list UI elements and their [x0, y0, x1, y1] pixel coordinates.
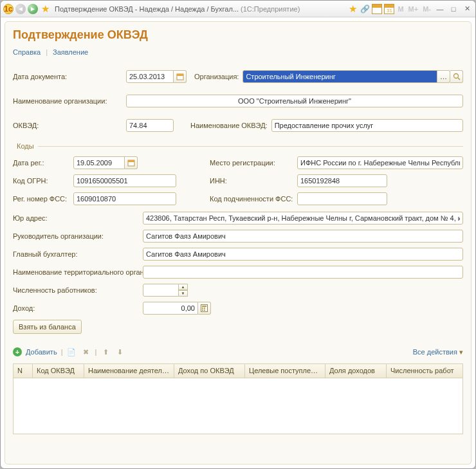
m-button[interactable]: M — [396, 5, 405, 13]
table: N Код ОКВЭД Наименование деятель... Дохо… — [13, 363, 463, 434]
link-row: Справка | Заявление — [13, 48, 463, 56]
org-name-input[interactable] — [126, 95, 463, 107]
calendar-icon — [127, 159, 135, 167]
th-employee-count[interactable]: Численность работ — [387, 364, 462, 378]
org-input[interactable] — [243, 70, 437, 83]
svg-rect-1 — [177, 74, 183, 76]
head-input[interactable] — [143, 230, 463, 243]
fss-sub-label: Код подчиненности ФСС: — [210, 195, 293, 203]
fss-sub-input[interactable] — [297, 192, 387, 205]
count-label: Численность работников: — [13, 286, 139, 294]
doc-date-field-wrap — [126, 70, 187, 83]
form: Дата документа: Организация: … — [13, 70, 463, 434]
doc-date-input[interactable] — [126, 70, 174, 83]
toolbar-separator-2: | — [95, 348, 96, 356]
org-label: Организация: — [194, 73, 239, 80]
minimize-button[interactable]: — — [434, 4, 446, 14]
okved-name-label: Наименование ОКВЭД: — [190, 122, 268, 129]
org-name-label: Наименование организации: — [13, 97, 122, 105]
ogrn-label: Код ОГРН: — [13, 177, 69, 185]
table-header: N Код ОКВЭД Наименование деятель... Дохо… — [14, 364, 462, 378]
income-label: Доход: — [13, 304, 139, 312]
doc-date-label: Дата документа: — [13, 73, 122, 80]
table-body[interactable] — [14, 378, 462, 434]
content-area: Подтверждение ОКВЭД Справка | Заявление … — [5, 21, 471, 464]
org-field-wrap: … — [243, 70, 463, 83]
nav-back-button[interactable]: ◄ — [15, 4, 26, 14]
fss-org-input[interactable] — [143, 266, 463, 279]
svg-rect-9 — [204, 308, 205, 309]
table-toolbar: + Добавить | 📄 ✖ | ⬆ ⬇ Все действия — [13, 347, 463, 357]
move-up-icon[interactable]: ⬆ — [100, 347, 111, 357]
org-select-button[interactable]: … — [437, 70, 450, 83]
th-n[interactable]: N — [14, 364, 33, 378]
link-spravka[interactable]: Справка — [13, 48, 41, 56]
spin-down-icon: ▼ — [179, 290, 188, 297]
addr-input[interactable] — [143, 212, 463, 225]
favorite-icon[interactable]: ★ — [40, 4, 50, 14]
calendar-icon-2[interactable]: 31 — [384, 4, 394, 14]
reg-date-calendar-button[interactable] — [125, 156, 138, 169]
titlebar: 1c ◄ ► ★ Подтверждение ОКВЭД - Надежда /… — [1, 1, 475, 17]
count-spinner[interactable]: ▲▼ — [179, 284, 188, 297]
acct-input[interactable] — [143, 248, 463, 261]
add-button[interactable]: Добавить — [26, 348, 57, 356]
all-actions-button[interactable]: Все действия — [413, 348, 463, 356]
okved-name-input[interactable] — [271, 119, 463, 132]
star-icon[interactable]: ★ — [347, 4, 358, 14]
toolbar-separator: | — [61, 348, 63, 356]
nav-forward-button[interactable]: ► — [28, 4, 38, 14]
th-target-receipts[interactable]: Целевые поступления — [245, 364, 325, 378]
income-input[interactable] — [143, 302, 198, 315]
th-income-okved[interactable]: Доход по ОКВЭД — [174, 364, 245, 378]
window-title-suffix: (1С:Предприятие) — [241, 5, 300, 13]
svg-rect-8 — [202, 308, 203, 309]
add-icon: + — [13, 347, 22, 356]
search-icon — [453, 73, 461, 80]
move-down-icon[interactable]: ⬇ — [114, 347, 125, 357]
fss-org-label: Наименование территориального органа ФСС… — [13, 268, 139, 277]
acct-label: Главный бухгалтер: — [13, 250, 139, 258]
calendar-icon-1[interactable] — [372, 4, 382, 14]
svg-line-3 — [458, 78, 460, 80]
svg-rect-10 — [202, 309, 203, 311]
ogrn-input[interactable] — [73, 174, 176, 187]
reg-place-label: Место регистрации: — [210, 159, 293, 167]
codes-legend: Коды — [13, 142, 38, 150]
app-window: 1c ◄ ► ★ Подтверждение ОКВЭД - Надежда /… — [0, 0, 476, 469]
inn-input[interactable] — [297, 174, 387, 187]
doc-date-calendar-button[interactable] — [174, 70, 187, 83]
svg-rect-11 — [204, 309, 205, 311]
okved-input[interactable] — [126, 119, 174, 132]
codes-group: Коды Дата рег.: Место регистрации: Код О… — [13, 142, 463, 334]
org-search-button[interactable] — [450, 70, 463, 83]
addr-label: Юр адрес: — [13, 214, 139, 222]
head-label: Руководитель организации: — [13, 232, 139, 240]
take-from-balance-button[interactable]: Взять из баланса — [13, 320, 82, 334]
close-button[interactable]: ✕ — [461, 4, 473, 14]
link-zayavlenie[interactable]: Заявление — [53, 48, 88, 56]
reg-date-label: Дата рег.: — [13, 159, 69, 167]
app-logo-icon: 1c — [3, 4, 14, 14]
window-title: Подтверждение ОКВЭД - Надежда / Надежда … — [55, 5, 239, 13]
inn-label: ИНН: — [210, 177, 293, 185]
link-icon[interactable]: 🔗 — [360, 4, 370, 14]
th-okved-code[interactable]: Код ОКВЭД — [33, 364, 84, 378]
spin-up-icon: ▲ — [179, 284, 188, 290]
m-minus-button[interactable]: M- — [421, 5, 432, 13]
fss-reg-input[interactable] — [73, 192, 176, 205]
delete-icon[interactable]: ✖ — [80, 347, 91, 357]
svg-rect-7 — [202, 306, 206, 307]
count-input[interactable] — [143, 284, 179, 297]
th-income-share[interactable]: Доля доходов — [325, 364, 387, 378]
reg-date-input[interactable] — [73, 156, 125, 169]
th-activity-name[interactable]: Наименование деятель... — [84, 364, 174, 378]
page-title: Подтверждение ОКВЭД — [13, 28, 463, 42]
svg-rect-5 — [128, 160, 134, 162]
copy-icon[interactable]: 📄 — [66, 347, 77, 357]
reg-place-input[interactable] — [297, 156, 463, 169]
maximize-button[interactable]: □ — [448, 4, 459, 14]
income-calc-button[interactable] — [198, 302, 211, 315]
m-plus-button[interactable]: M+ — [407, 5, 420, 13]
calendar-icon — [176, 73, 184, 80]
